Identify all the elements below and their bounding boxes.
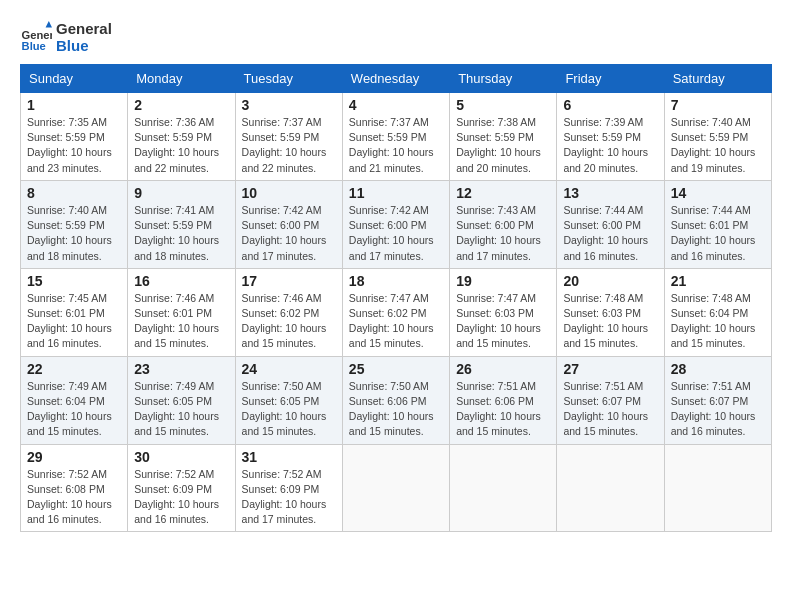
day-info: Sunrise: 7:37 AMSunset: 5:59 PMDaylight:… — [242, 115, 336, 176]
col-header-saturday: Saturday — [664, 65, 771, 93]
day-cell: 24Sunrise: 7:50 AMSunset: 6:05 PMDayligh… — [235, 356, 342, 444]
day-number: 25 — [349, 361, 443, 377]
day-info: Sunrise: 7:40 AMSunset: 5:59 PMDaylight:… — [671, 115, 765, 176]
day-cell: 12Sunrise: 7:43 AMSunset: 6:00 PMDayligh… — [450, 180, 557, 268]
day-info: Sunrise: 7:51 AMSunset: 6:06 PMDaylight:… — [456, 379, 550, 440]
day-info: Sunrise: 7:44 AMSunset: 6:01 PMDaylight:… — [671, 203, 765, 264]
day-cell: 19Sunrise: 7:47 AMSunset: 6:03 PMDayligh… — [450, 268, 557, 356]
day-number: 19 — [456, 273, 550, 289]
day-cell: 17Sunrise: 7:46 AMSunset: 6:02 PMDayligh… — [235, 268, 342, 356]
day-info: Sunrise: 7:39 AMSunset: 5:59 PMDaylight:… — [563, 115, 657, 176]
day-number: 8 — [27, 185, 121, 201]
day-info: Sunrise: 7:48 AMSunset: 6:04 PMDaylight:… — [671, 291, 765, 352]
day-cell: 2Sunrise: 7:36 AMSunset: 5:59 PMDaylight… — [128, 93, 235, 181]
day-number: 17 — [242, 273, 336, 289]
day-number: 29 — [27, 449, 121, 465]
day-number: 11 — [349, 185, 443, 201]
day-number: 28 — [671, 361, 765, 377]
day-number: 24 — [242, 361, 336, 377]
logo-text-general: General — [56, 20, 112, 37]
day-cell: 9Sunrise: 7:41 AMSunset: 5:59 PMDaylight… — [128, 180, 235, 268]
day-info: Sunrise: 7:41 AMSunset: 5:59 PMDaylight:… — [134, 203, 228, 264]
day-info: Sunrise: 7:35 AMSunset: 5:59 PMDaylight:… — [27, 115, 121, 176]
day-info: Sunrise: 7:43 AMSunset: 6:00 PMDaylight:… — [456, 203, 550, 264]
day-number: 27 — [563, 361, 657, 377]
day-number: 22 — [27, 361, 121, 377]
day-info: Sunrise: 7:48 AMSunset: 6:03 PMDaylight:… — [563, 291, 657, 352]
empty-cell — [450, 444, 557, 532]
day-cell: 10Sunrise: 7:42 AMSunset: 6:00 PMDayligh… — [235, 180, 342, 268]
day-info: Sunrise: 7:49 AMSunset: 6:05 PMDaylight:… — [134, 379, 228, 440]
day-cell: 28Sunrise: 7:51 AMSunset: 6:07 PMDayligh… — [664, 356, 771, 444]
calendar: SundayMondayTuesdayWednesdayThursdayFrid… — [20, 64, 772, 532]
day-cell: 11Sunrise: 7:42 AMSunset: 6:00 PMDayligh… — [342, 180, 449, 268]
col-header-friday: Friday — [557, 65, 664, 93]
day-info: Sunrise: 7:40 AMSunset: 5:59 PMDaylight:… — [27, 203, 121, 264]
day-number: 5 — [456, 97, 550, 113]
day-info: Sunrise: 7:52 AMSunset: 6:09 PMDaylight:… — [134, 467, 228, 528]
day-info: Sunrise: 7:50 AMSunset: 6:06 PMDaylight:… — [349, 379, 443, 440]
page-header: General Blue General Blue — [20, 20, 772, 54]
day-number: 18 — [349, 273, 443, 289]
svg-text:General: General — [22, 29, 52, 41]
day-number: 2 — [134, 97, 228, 113]
day-number: 1 — [27, 97, 121, 113]
empty-cell — [664, 444, 771, 532]
day-cell: 22Sunrise: 7:49 AMSunset: 6:04 PMDayligh… — [21, 356, 128, 444]
day-number: 10 — [242, 185, 336, 201]
day-cell: 18Sunrise: 7:47 AMSunset: 6:02 PMDayligh… — [342, 268, 449, 356]
day-info: Sunrise: 7:37 AMSunset: 5:59 PMDaylight:… — [349, 115, 443, 176]
calendar-week-row: 15Sunrise: 7:45 AMSunset: 6:01 PMDayligh… — [21, 268, 772, 356]
day-cell: 29Sunrise: 7:52 AMSunset: 6:08 PMDayligh… — [21, 444, 128, 532]
calendar-week-row: 29Sunrise: 7:52 AMSunset: 6:08 PMDayligh… — [21, 444, 772, 532]
day-info: Sunrise: 7:47 AMSunset: 6:03 PMDaylight:… — [456, 291, 550, 352]
day-cell: 23Sunrise: 7:49 AMSunset: 6:05 PMDayligh… — [128, 356, 235, 444]
svg-marker-2 — [46, 21, 52, 27]
day-cell: 31Sunrise: 7:52 AMSunset: 6:09 PMDayligh… — [235, 444, 342, 532]
day-info: Sunrise: 7:47 AMSunset: 6:02 PMDaylight:… — [349, 291, 443, 352]
day-number: 21 — [671, 273, 765, 289]
day-cell: 6Sunrise: 7:39 AMSunset: 5:59 PMDaylight… — [557, 93, 664, 181]
day-number: 12 — [456, 185, 550, 201]
col-header-wednesday: Wednesday — [342, 65, 449, 93]
day-cell: 21Sunrise: 7:48 AMSunset: 6:04 PMDayligh… — [664, 268, 771, 356]
day-info: Sunrise: 7:51 AMSunset: 6:07 PMDaylight:… — [671, 379, 765, 440]
day-number: 6 — [563, 97, 657, 113]
day-cell: 14Sunrise: 7:44 AMSunset: 6:01 PMDayligh… — [664, 180, 771, 268]
day-info: Sunrise: 7:36 AMSunset: 5:59 PMDaylight:… — [134, 115, 228, 176]
day-number: 20 — [563, 273, 657, 289]
col-header-thursday: Thursday — [450, 65, 557, 93]
logo: General Blue General Blue — [20, 20, 112, 54]
day-number: 14 — [671, 185, 765, 201]
day-cell: 3Sunrise: 7:37 AMSunset: 5:59 PMDaylight… — [235, 93, 342, 181]
day-number: 4 — [349, 97, 443, 113]
empty-cell — [342, 444, 449, 532]
calendar-header-row: SundayMondayTuesdayWednesdayThursdayFrid… — [21, 65, 772, 93]
day-info: Sunrise: 7:49 AMSunset: 6:04 PMDaylight:… — [27, 379, 121, 440]
day-cell: 1Sunrise: 7:35 AMSunset: 5:59 PMDaylight… — [21, 93, 128, 181]
day-info: Sunrise: 7:38 AMSunset: 5:59 PMDaylight:… — [456, 115, 550, 176]
calendar-week-row: 1Sunrise: 7:35 AMSunset: 5:59 PMDaylight… — [21, 93, 772, 181]
day-info: Sunrise: 7:46 AMSunset: 6:01 PMDaylight:… — [134, 291, 228, 352]
svg-text:Blue: Blue — [22, 40, 46, 52]
day-number: 7 — [671, 97, 765, 113]
col-header-tuesday: Tuesday — [235, 65, 342, 93]
calendar-week-row: 8Sunrise: 7:40 AMSunset: 5:59 PMDaylight… — [21, 180, 772, 268]
logo-text-blue: Blue — [56, 37, 112, 54]
day-number: 15 — [27, 273, 121, 289]
day-number: 13 — [563, 185, 657, 201]
day-number: 31 — [242, 449, 336, 465]
day-number: 16 — [134, 273, 228, 289]
day-cell: 30Sunrise: 7:52 AMSunset: 6:09 PMDayligh… — [128, 444, 235, 532]
day-cell: 7Sunrise: 7:40 AMSunset: 5:59 PMDaylight… — [664, 93, 771, 181]
day-cell: 27Sunrise: 7:51 AMSunset: 6:07 PMDayligh… — [557, 356, 664, 444]
day-cell: 15Sunrise: 7:45 AMSunset: 6:01 PMDayligh… — [21, 268, 128, 356]
day-info: Sunrise: 7:50 AMSunset: 6:05 PMDaylight:… — [242, 379, 336, 440]
day-number: 9 — [134, 185, 228, 201]
logo-icon: General Blue — [20, 21, 52, 53]
day-info: Sunrise: 7:46 AMSunset: 6:02 PMDaylight:… — [242, 291, 336, 352]
day-info: Sunrise: 7:52 AMSunset: 6:08 PMDaylight:… — [27, 467, 121, 528]
day-info: Sunrise: 7:51 AMSunset: 6:07 PMDaylight:… — [563, 379, 657, 440]
day-info: Sunrise: 7:42 AMSunset: 6:00 PMDaylight:… — [349, 203, 443, 264]
day-cell: 26Sunrise: 7:51 AMSunset: 6:06 PMDayligh… — [450, 356, 557, 444]
